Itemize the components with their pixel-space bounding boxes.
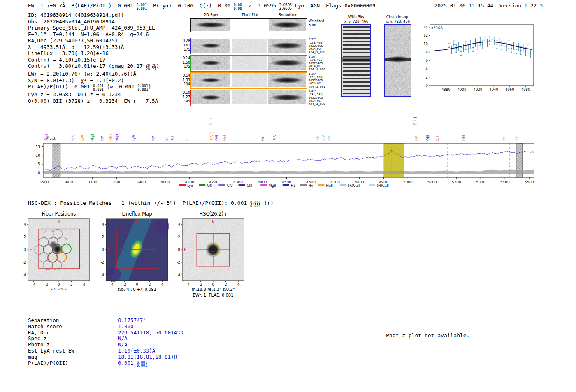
- image-strip: [191, 56, 230, 70]
- x-tick-label: -4: [32, 283, 35, 287]
- x-tick-label: 4300: [233, 180, 243, 184]
- info-line: Primary Spec_Slot_IFU_AMP: 424_039_053_L…: [28, 25, 159, 31]
- emission-line-label: NV: [101, 136, 105, 141]
- with-sky-image: [341, 24, 371, 97]
- east-label: E: [108, 248, 110, 252]
- weighted-sum-label-line: Weighted: [309, 19, 324, 23]
- text-segment: F=2.1" T=0.144 N=1.06 A=0.84 g=24.6: [28, 31, 149, 37]
- y-tick-label: 12: [423, 33, 428, 37]
- info-line: Cont(w) = 3.80(±0.01)e-17 (gmag 20.27 20…: [28, 63, 159, 71]
- line-fit-plot: 48804900492049404960498002468101214e-17x…: [418, 21, 541, 93]
- x-tick-label: 3800: [112, 180, 121, 184]
- data-point: [516, 49, 517, 50]
- legend-swatch: [369, 184, 375, 186]
- text-segment: LyA z = 3.0583 OII z = 0.3234: [28, 91, 121, 97]
- emission-line-label: OIII: [426, 135, 430, 141]
- data-point: [472, 47, 474, 48]
- legend-label: (H)CaII: [377, 183, 389, 188]
- detection-info-block: ID: 4019638914 (4019638914.pdf)Obs: 2022…: [28, 12, 159, 104]
- emission-line-label: SiII: [171, 136, 175, 141]
- clean-image-coords: x, y: 728, 466: [386, 19, 410, 23]
- text-segment: 1.000: [118, 323, 134, 329]
- legend-label: HeII: [326, 183, 333, 188]
- data-point: [453, 44, 455, 45]
- text-segment: Cont(n) = 4.10(±0.15)e-17: [28, 57, 105, 63]
- legend-swatch: [199, 184, 205, 186]
- y-tick-label: 2: [24, 235, 26, 239]
- info-line: RA,Dec (229.541077,50.601475): [28, 37, 159, 44]
- y-tick-label: 0: [426, 84, 428, 88]
- info-line: F=2.1" T=0.144 N=1.06 A=0.84 g=24.6: [28, 31, 159, 38]
- match-table-value: 1.10(±0.33)Å: [118, 348, 155, 354]
- stacked-fraction: 3.05953.0595: [279, 3, 292, 10]
- north-label: N: [58, 220, 60, 224]
- match-table-value: 0.001 0.0010.001: [118, 360, 147, 368]
- hsc-match-header: HSC-DEX : Possible Matches = 1 (within +…: [28, 200, 274, 208]
- data-point: [492, 43, 493, 44]
- y-tick-label: 10: [36, 153, 41, 158]
- with-sky-coords: x, y: 728, 466: [344, 19, 368, 23]
- text-segment: z: 3.0595: [242, 2, 279, 9]
- data-point: [482, 44, 483, 45]
- y-tick-label: 0: [102, 248, 104, 252]
- x-tick-label: 5400: [500, 180, 510, 184]
- y-tick-label: 6: [426, 58, 428, 63]
- y-tick-label: 2: [426, 75, 428, 79]
- emission-line-label: HeII: [462, 134, 465, 141]
- x-tick-label: 5200: [452, 180, 461, 184]
- x-tick-label: -2: [123, 283, 126, 287]
- legend-swatch: [340, 184, 346, 186]
- weighted-sum-label-line: Sum: [309, 23, 324, 27]
- emission-line-label: CII: [165, 137, 169, 141]
- data-point: [489, 40, 490, 41]
- text-segment: ): [148, 84, 151, 90]
- data-point: [506, 46, 507, 47]
- x-tick-label: 4980: [521, 88, 530, 92]
- text-segment: λ = 4933.51Å σ = 12.59(±3.33)Å: [28, 44, 124, 50]
- spec2d-col-header: Smoothed: [279, 13, 297, 17]
- x-tick-label: 4: [161, 283, 163, 287]
- x-tick-label: 4920: [473, 88, 482, 92]
- weighted-sum-label: WeightedSum: [309, 19, 324, 27]
- x-tick-label: 3900: [136, 180, 146, 184]
- x-tick-label: 4400: [258, 180, 267, 184]
- stacked-fraction: 0.0010.001: [136, 3, 147, 10]
- match-table-label: mag: [28, 354, 37, 360]
- text-segment: Obs: 20220405v014_4019638914: [28, 19, 115, 25]
- match-table-label: Est LyA rest-EW: [28, 348, 74, 354]
- text-segment: HSC-DEX : Possible Matches = 1 (within +…: [28, 200, 250, 206]
- stacked-fraction: 20.2820.27: [146, 64, 156, 71]
- info-line: P(LAE)/P(OII): 0.001 0.0010.001 (w: 0.00…: [28, 84, 159, 91]
- match-table-label: Photo z: [28, 341, 50, 348]
- data-point: [511, 48, 512, 49]
- data-point: [468, 48, 469, 49]
- east-label: E: [30, 248, 32, 252]
- summary-header: EW: 1.7±0.7Å P(LAE)/P(OII): 0.001 0.0010…: [28, 2, 375, 10]
- x-tick-label: -2: [199, 283, 202, 287]
- y-tick-label: 2: [178, 235, 180, 239]
- legend-swatch: [283, 184, 289, 186]
- match-table-label: Separation: [28, 317, 59, 323]
- legend-label: Hγ: [309, 183, 313, 188]
- text-segment: LineFlux = 3.70(±1.20)e-16: [28, 50, 109, 56]
- info-line: LineFlux = 3.70(±1.20)e-16: [28, 50, 159, 57]
- fiber-positions-cutout: NE-4-4-2-2002244: [16, 216, 96, 289]
- y-tick-label: 2: [102, 235, 104, 239]
- data-point: [496, 44, 497, 45]
- spec2d-row: [190, 90, 307, 106]
- legend-swatch: [318, 184, 324, 186]
- x-tick-label: 4940: [489, 88, 498, 92]
- data-point: [530, 53, 531, 54]
- data-point: [520, 50, 521, 51]
- clean-image: [384, 24, 411, 97]
- north-label: N: [212, 220, 215, 224]
- emission-line-label: NV: [328, 136, 332, 141]
- spec2d-row-annotation: 1.16"(728, 466)20220405v014_01424_LL_050: [309, 56, 325, 72]
- emission-line-label: SiII: [436, 136, 439, 141]
- text-segment: N/A: [118, 335, 128, 341]
- clean-image-title: Clean Image: [386, 15, 410, 19]
- info-line: S/N = 8.0(±1.3) χ² = 1.1(±0.2): [28, 77, 159, 84]
- spec2d-row: [190, 72, 307, 89]
- y-tick-label: 15: [36, 145, 40, 149]
- east-label: E: [184, 248, 186, 252]
